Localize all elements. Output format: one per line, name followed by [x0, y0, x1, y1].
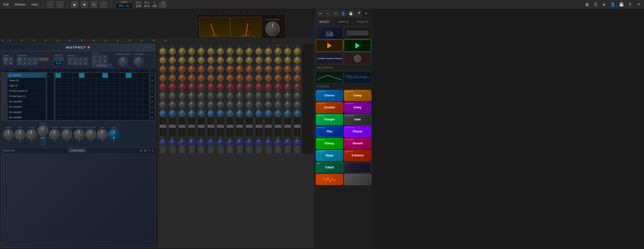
range-btn-6[interactable]: 6 [73, 61, 78, 65]
row-arrow-6[interactable]: ▶ [150, 99, 154, 104]
ch-4-high-knob[interactable] [188, 57, 195, 64]
grid-cell-r5-c0[interactable] [55, 99, 61, 104]
row-arrow-3[interactable]: ▶ [150, 83, 154, 88]
grid-cell-r1-c8[interactable] [102, 78, 108, 83]
settings-footer-icon[interactable]: ⚙ [140, 149, 142, 152]
grid-cell-r0-c10[interactable] [114, 73, 120, 78]
grid-cell-r5-c9[interactable] [108, 99, 114, 104]
ch-12-pre-knob[interactable] [265, 110, 272, 117]
ch-3-freq-knob[interactable] [179, 66, 185, 72]
ch-12-btn-r[interactable]: R [265, 151, 272, 153]
ch-14-aux-1-knob[interactable] [284, 92, 291, 99]
grid-cell-r3-c0[interactable] [55, 88, 61, 94]
grid-cell-r8-c10[interactable] [114, 115, 120, 120]
ch-9-btn-s[interactable]: S [236, 149, 243, 151]
ch-11-btn-r[interactable]: R [256, 151, 262, 153]
ch-11-pre-knob[interactable] [256, 110, 262, 117]
grid-cell-r2-c14[interactable] [137, 83, 143, 88]
effect-btn-gate[interactable]: Gate [344, 114, 372, 125]
grid-cell-r1-c3[interactable] [73, 78, 78, 83]
grid-cell-r7-c1[interactable] [61, 110, 67, 115]
excl-row-5[interactable] [47, 94, 54, 99]
ch-1-low-knob[interactable] [160, 83, 166, 90]
ch-2-gain-knob[interactable] [169, 48, 176, 55]
ch-13-high-knob[interactable] [275, 57, 282, 64]
grid-cell-r0-c13[interactable] [132, 73, 137, 78]
ch-8-gain-knob[interactable] [227, 48, 234, 55]
ch-14-gain-knob[interactable] [284, 48, 291, 55]
ch-4-btn-m[interactable]: M [188, 146, 195, 149]
grid-cell-r4-c2[interactable] [67, 94, 73, 99]
grid-cell-r2-c15[interactable] [143, 83, 149, 88]
grid-cell-r8-c8[interactable] [102, 115, 108, 120]
pattern-btn-2[interactable]: 2 [22, 57, 27, 61]
grid-cell-r2-c13[interactable] [132, 83, 137, 88]
ch-14-btn-r[interactable]: R [284, 151, 291, 153]
ch-4-btn-s[interactable]: S [188, 149, 195, 151]
grid-cell-r5-c6[interactable] [90, 99, 96, 104]
grid-cell-r2-c9[interactable] [108, 83, 114, 88]
grid-cell-r7-c15[interactable] [143, 110, 149, 115]
effect-btn-trans[interactable] [316, 174, 343, 185]
excl-row-2[interactable] [47, 78, 54, 83]
ch-3-pan-knob[interactable] [179, 139, 185, 146]
ch-5-pan-knob[interactable] [198, 139, 204, 146]
ch-3-high-knob[interactable] [179, 57, 185, 64]
grid-cell-r0-c14[interactable] [137, 73, 143, 78]
ch-13-aux-1-knob[interactable] [275, 92, 282, 99]
device-thumb-5[interactable] [316, 52, 343, 64]
grid-cell-r7-c13[interactable] [132, 110, 137, 115]
ch-9-pre-knob[interactable] [236, 110, 243, 117]
mastering-thumb-wave[interactable] [344, 71, 371, 83]
filter-hp-btn[interactable]: HP [40, 143, 46, 146]
grid-cell-r4-c7[interactable] [96, 94, 102, 99]
scale-btn-1[interactable]: 1 [92, 55, 97, 59]
grid-cell-r3-c3[interactable] [73, 88, 78, 94]
ch-7-pre-knob[interactable] [217, 110, 224, 117]
grid-cell-r3-c14[interactable] [137, 88, 143, 94]
grid-cell-r3-c12[interactable] [126, 88, 131, 94]
grid-cell-r8-c11[interactable] [120, 115, 126, 120]
grid-cell-r1-c12[interactable] [126, 78, 131, 83]
bpm-value[interactable]: 120 [136, 4, 141, 8]
ch-7-btn-m[interactable]: M [217, 146, 224, 149]
grid-cell-r6-c13[interactable] [132, 104, 137, 110]
ch-12-aux-1-knob[interactable] [265, 92, 272, 99]
ch-5-btn-r[interactable]: R [198, 151, 204, 153]
ch-5-aux-1-knob[interactable] [198, 92, 204, 99]
grid-cell-r8-c9[interactable] [108, 115, 114, 120]
ch-3-mid-knob[interactable] [179, 75, 185, 81]
loop-btn[interactable]: ↻ [90, 1, 97, 8]
range-btn-3[interactable]: 3 [78, 57, 83, 61]
ch-2-fader[interactable] [169, 125, 176, 128]
ch-6-pan-knob[interactable] [208, 139, 214, 146]
ch-14-btn-s[interactable]: S [284, 149, 291, 151]
grid-cell-r6-c14[interactable] [137, 104, 143, 110]
length-minus-btn[interactable]: − [54, 57, 58, 61]
ch-15-btn-s[interactable]: S [294, 149, 300, 151]
grid-cell-r6-c6[interactable] [90, 104, 96, 110]
grid-cell-r4-c1[interactable] [61, 94, 67, 99]
ch-11-high-knob[interactable] [256, 57, 262, 64]
ch-12-freq-knob[interactable] [265, 66, 272, 72]
grid-cell-r5-c15[interactable] [143, 99, 149, 104]
pattern-btn-5[interactable]: 5 [17, 61, 22, 65]
ch-12-mid-knob[interactable] [265, 75, 272, 81]
ch-5-pre-knob[interactable] [198, 110, 204, 117]
ch-13-fader[interactable] [275, 125, 281, 128]
ch-11-aux-2-knob[interactable] [256, 101, 262, 108]
end-knob[interactable] [15, 129, 25, 140]
excl-row-6[interactable] [47, 99, 54, 104]
grid-cell-r6-c4[interactable] [79, 104, 84, 110]
grid-cell-r2-c11[interactable] [120, 83, 126, 88]
ch-5-fader[interactable] [198, 125, 204, 128]
length-display[interactable]: 016 [54, 61, 63, 65]
grid-cell-r7-c2[interactable] [67, 110, 73, 115]
grid-cell-r5-c12[interactable] [126, 99, 131, 104]
menu-edit[interactable]: Edit [2, 2, 10, 7]
ch-10-aux-2-knob[interactable] [246, 101, 252, 108]
grid-cell-r1-c1[interactable] [61, 78, 67, 83]
ch-13-aux-2-knob[interactable] [275, 101, 282, 108]
grid-cell-r6-c0[interactable] [55, 104, 61, 110]
grid-cell-r4-c10[interactable] [114, 94, 120, 99]
